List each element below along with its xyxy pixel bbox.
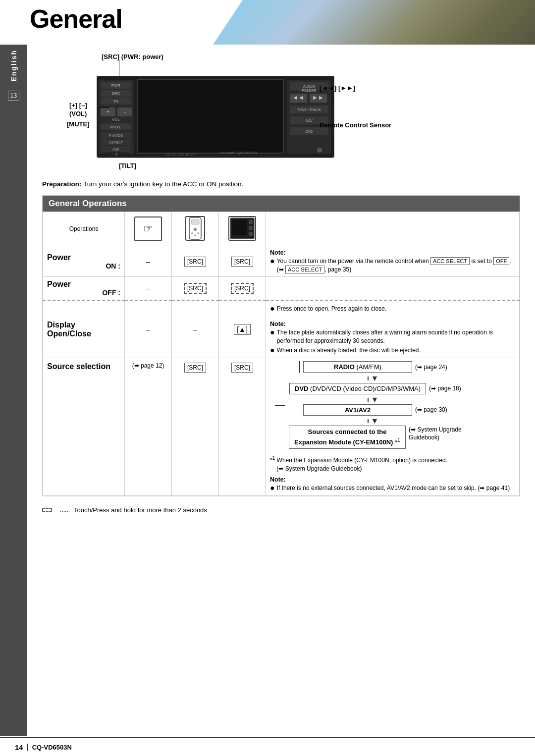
table-row-power-on: Power ON : – [SRC] [SRC] Note: ● Yo — [43, 246, 520, 277]
source-dvd-page: (➡ page 18) — [429, 385, 461, 392]
source-unit: [SRC] — [219, 358, 266, 495]
svg-text:FOLDER: FOLDER — [302, 89, 316, 92]
svg-point-45 — [197, 232, 199, 234]
display-unit-kbd: [▲] — [234, 324, 251, 335]
source-expansion-page: (➡ System UpgradeGuidebook) — [409, 426, 462, 442]
svg-text:ALBUM: ALBUM — [303, 85, 315, 88]
panel-svg — [229, 217, 255, 240]
ops-table: Operations ☞ — [43, 212, 520, 496]
remote-svg — [187, 216, 203, 240]
prep-content: Turn your car's ignition key to the ACC … — [83, 180, 243, 188]
power-on-remote: [SRC] — [172, 246, 219, 277]
svg-text:PWR: PWR — [111, 83, 121, 88]
power-on-label: Power ON : — [43, 246, 125, 277]
power-off-unit-kbd: [SRC] — [231, 283, 254, 294]
source-note-content: ● If there is no external sources connec… — [270, 484, 515, 492]
svg-point-39 — [317, 148, 322, 153]
power-on-note: Note: ● You cannot turn on the power via… — [266, 246, 520, 277]
panel-icon — [228, 216, 256, 241]
general-operations-table: General Operations Operations ☞ — [42, 195, 520, 496]
col-header-unit — [219, 212, 266, 246]
source-flow: RADIO (AM/FM) (➡ page 24) ▼ — [270, 361, 515, 451]
prep-label: Preparation: — [42, 180, 82, 188]
source-touch: (➡ page 12) — [125, 358, 172, 495]
svg-point-44 — [191, 232, 193, 234]
page-header: General — [0, 0, 535, 45]
svg-text:►►: ►► — [312, 94, 324, 101]
power-on-remote-kbd: [SRC] — [184, 257, 206, 267]
preparation-text: Preparation: Turn your car's ignition ke… — [42, 180, 520, 189]
remote-icon — [185, 216, 205, 241]
svg-text:SRC: SRC — [112, 91, 120, 96]
page-footer-bar: 14 CQ-VD6503N — [0, 737, 535, 756]
power-on-unit: [SRC] — [219, 246, 266, 277]
col-header-note — [266, 212, 520, 246]
power-off-remote: [SRC] — [172, 277, 219, 301]
callout-line-mute — [98, 123, 109, 123]
source-label: Source selection — [43, 358, 125, 495]
source-note: RADIO (AM/FM) (➡ page 24) ▼ — [266, 358, 520, 495]
source-radio-page: (➡ page 24) — [415, 364, 447, 371]
svg-text:TA: TA — [113, 99, 118, 104]
svg-rect-49 — [249, 220, 253, 224]
source-radio-box: RADIO (AM/FM) — [303, 361, 412, 373]
source-expansion-box: Sources connected to theExpansion Module… — [289, 426, 406, 449]
svg-rect-50 — [249, 226, 253, 230]
table-row-source: Source selection (➡ page 12) [SRC] [SRC] — [43, 358, 520, 495]
legend-footer: ...... Touch/Press and hold for more tha… — [42, 506, 520, 529]
vol-label: [+] [–](VOL) — [69, 102, 87, 118]
header-road-image — [213, 0, 535, 45]
callout-line-sensor — [312, 125, 322, 125]
col-header-remote — [172, 212, 219, 246]
col-header-operations: Operations — [43, 212, 125, 246]
svg-rect-51 — [249, 232, 253, 236]
power-off-touch: – — [125, 277, 172, 301]
power-on-unit-kbd: [SRC] — [231, 257, 253, 267]
device-diagram-section: [SRC] (PWR: power) PWR SRC TA — [42, 45, 520, 176]
svg-text:P-MODE: P-MODE — [109, 134, 123, 137]
source-av-page: (➡ page 30) — [415, 406, 447, 413]
svg-point-46 — [194, 234, 196, 236]
legend-text: Touch/Press and hold for more than 2 sec… — [74, 506, 207, 514]
display-touch: – — [125, 300, 172, 358]
power-on-touch: – — [125, 246, 172, 277]
sidebar-language-label: English — [10, 50, 18, 82]
svg-text:VOL: VOL — [112, 117, 120, 122]
svg-text:MUTE: MUTE — [110, 125, 122, 129]
power-off-unit: [SRC] — [219, 277, 266, 301]
svg-text:◄◄: ◄◄ — [292, 94, 304, 101]
sidebar-page-number: 13 — [8, 91, 19, 101]
page-title: General — [30, 4, 122, 34]
source-remote-kbd: [SRC] — [184, 363, 206, 373]
callout-line-skip — [316, 91, 328, 91]
mute-label: [MUTE] — [67, 120, 90, 128]
display-unit: [▲] — [219, 300, 266, 358]
source-note-label: Note: — [270, 476, 515, 483]
main-content: [SRC] (PWR: power) PWR SRC TA — [27, 45, 535, 539]
source-dvd-box: DVD (DVD/VCD (Video CD)/CD/MP3/WMA) — [289, 383, 426, 394]
tilt-label: [TILT] — [119, 162, 136, 169]
source-unit-kbd: [SRC] — [231, 363, 253, 373]
svg-rect-23 — [137, 80, 283, 153]
table-header-row: Operations ☞ — [43, 212, 520, 246]
svg-rect-42 — [191, 219, 199, 224]
sidebar: English 13 — [0, 45, 27, 736]
svg-text:DVD: DVD — [306, 130, 313, 133]
legend-dashed-box — [42, 508, 52, 512]
col-header-touch: ☞ — [125, 212, 172, 246]
svg-text:Panasonic CQ-VD6503N: Panasonic CQ-VD6503N — [218, 151, 257, 155]
svg-point-43 — [194, 228, 197, 231]
power-off-remote-kbd: [SRC] — [184, 283, 207, 294]
ops-table-header: General Operations — [43, 196, 520, 212]
source-av-box: AV1/AV2 — [303, 404, 412, 416]
remote-sensor-label: Remote Control Sensor — [320, 121, 391, 129]
svg-text:–: – — [123, 109, 126, 114]
footer-model: CQ-VD6503N — [27, 744, 72, 751]
power-off-note — [266, 277, 520, 301]
table-row-power-off: Power OFF : – [SRC] [SRC] — [43, 277, 520, 301]
src-pwr-label: [SRC] (PWR: power) — [102, 53, 163, 60]
stereo-svg: PWR SRC TA + – VOL MUTE P-MODE — [97, 76, 334, 160]
source-remote: [SRC] — [172, 358, 219, 495]
svg-text:A: A — [115, 153, 118, 156]
table-row-display: Display Open/Close – – [▲] ● Press once … — [43, 300, 520, 358]
